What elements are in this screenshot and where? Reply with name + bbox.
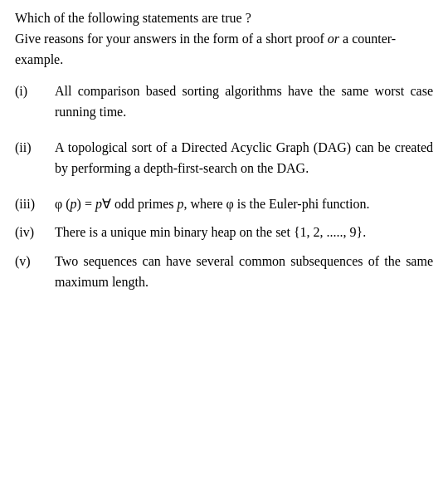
intro-line2: Give reasons for your answers in the for… — [15, 29, 433, 71]
intro-line2-start: Give reasons for your answers in the for… — [15, 32, 328, 46]
list-item: (iv) There is a unique min binary heap o… — [15, 222, 433, 243]
intro-line1: Which of the following statements are tr… — [15, 8, 433, 29]
list-item: (iii) φ (p) = p∀ odd primes p, where φ i… — [15, 194, 433, 215]
item-label-iii: (iii) — [15, 194, 55, 215]
intro-or-italic: or — [328, 32, 339, 46]
items-list: (i) All comparison based sorting algorit… — [15, 81, 433, 292]
item-label-ii: (ii) — [15, 138, 55, 159]
item-content-iv: There is a unique min binary heap on the… — [55, 222, 433, 243]
list-item: (ii) A topological sort of a Directed Ac… — [15, 138, 433, 179]
item-label-v: (v) — [15, 252, 55, 272]
item-content-i: All comparison based sorting algorithms … — [55, 81, 433, 123]
item-content-iii: φ (p) = p∀ odd primes p, where φ is the … — [55, 194, 433, 215]
item-content-v: Two sequences can have several common su… — [55, 252, 433, 293]
list-item: (v) Two sequences can have several commo… — [15, 252, 433, 293]
list-item: (i) All comparison based sorting algorit… — [15, 81, 433, 123]
item-label-iv: (iv) — [15, 222, 55, 243]
item-content-ii: A topological sort of a Directed Acyclic… — [55, 138, 433, 179]
intro-block: Which of the following statements are tr… — [15, 8, 433, 70]
item-label-i: (i) — [15, 81, 55, 102]
